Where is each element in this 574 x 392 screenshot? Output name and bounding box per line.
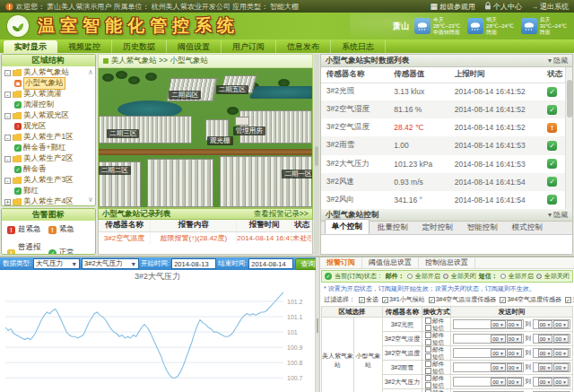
checkbox-icon[interactable] <box>425 332 431 338</box>
tree-toggle-icon[interactable]: - <box>4 70 11 76</box>
hour-select[interactable]: 00▼ <box>553 378 569 386</box>
hour-select[interactable]: 00▼ <box>507 378 522 386</box>
control-tab-1[interactable]: 批量控制 <box>371 221 414 234</box>
mail-off-radio[interactable] <box>443 274 448 279</box>
recv-option[interactable]: 短信 <box>425 325 444 331</box>
hour-select[interactable]: 00▼ <box>538 320 553 328</box>
realtime-row-3[interactable]: 3#2雨雪1.002014-08-14 16:41:53✓ <box>321 136 565 154</box>
recv-option[interactable]: 邮件 <box>425 375 444 381</box>
control-tab-2[interactable]: 定时控制 <box>416 221 459 234</box>
scroll-down-icon[interactable]: ∨ <box>88 196 93 204</box>
control-hide-link[interactable]: ▾隐藏 <box>548 210 568 220</box>
tree-toggle-icon[interactable]: - <box>4 91 11 98</box>
checkbox-icon[interactable] <box>425 353 431 360</box>
sms-on-radio[interactable] <box>500 274 506 279</box>
recv-option[interactable]: 邮件 <box>425 318 444 324</box>
end-date-input[interactable]: 2014-08-14 <box>248 258 293 269</box>
recv-option[interactable]: 邮件 <box>425 346 444 353</box>
hour-select[interactable]: 00▼ <box>491 349 506 357</box>
tree-item-10[interactable]: -美人紫生产3区 <box>2 175 95 186</box>
checkbox-icon[interactable] <box>425 361 431 367</box>
tree-toggle-icon[interactable]: - <box>4 135 11 141</box>
recv-option[interactable]: 短信 <box>425 353 444 360</box>
checkbox-icon[interactable] <box>425 375 431 381</box>
time-range-end-box[interactable]: 00▼00▼ <box>533 319 570 329</box>
nav-tab-6[interactable]: 系统日志 <box>331 40 386 53</box>
checkbox-icon[interactable] <box>425 325 431 331</box>
hour-select[interactable]: 00▼ <box>553 335 569 343</box>
map-area-label-0[interactable]: 二期四区 <box>169 91 201 100</box>
userbar-menu-item-0[interactable]: ▦超级参观用 <box>430 2 475 12</box>
tree-item-12[interactable]: +美人紫生产4区 <box>2 196 95 205</box>
scroll-up-icon[interactable]: ∧ <box>88 68 93 76</box>
subscription-tab-2[interactable]: 控制信息设置 <box>419 257 475 268</box>
time-range-end-box[interactable]: 00▼00▼ <box>533 348 570 358</box>
view-alarm-records-link[interactable]: 查看报警记录>> <box>254 209 309 220</box>
map-area-label-2[interactable]: 二期三区 <box>107 129 139 138</box>
map-area-label-5[interactable]: 二期二区 <box>99 166 131 175</box>
bottom-splitter[interactable] <box>316 257 319 392</box>
nav-tab-2[interactable]: 历史数据 <box>112 40 167 53</box>
splitter-handle-icon[interactable] <box>315 146 318 166</box>
tree-toggle-icon[interactable]: + <box>4 199 11 205</box>
time-range-end-box[interactable]: 00▼00▼ <box>533 377 570 387</box>
recv-option[interactable]: 短信 <box>425 382 444 388</box>
scrollbar-thumb[interactable] <box>567 80 572 118</box>
control-tab-3[interactable]: 智能控制 <box>461 221 504 234</box>
time-range-start-box[interactable]: 00▼00▼ <box>453 377 524 387</box>
hour-select[interactable]: 00▼ <box>553 349 569 357</box>
time-range-start-box[interactable]: 00▼00▼ <box>453 334 524 344</box>
tree-item-1[interactable]: ▣小型气象站 <box>2 78 95 89</box>
subscription-tab-0[interactable]: 报警订阅 <box>320 257 362 268</box>
checkbox-checked-icon[interactable] <box>429 297 435 303</box>
mail-on-radio[interactable] <box>407 274 413 279</box>
hour-select[interactable]: 00▼ <box>507 363 522 371</box>
userbar-menu-item-1[interactable]: 个人中心 <box>484 2 522 12</box>
tree-item-7[interactable]: ✓醉金香+鄞红 <box>2 143 95 153</box>
realtime-row-1[interactable]: 3#2空气湿度81.16 %2014-08-14 16:41:52✓ <box>321 100 565 118</box>
nav-tab-4[interactable]: 用户订阅 <box>222 40 276 53</box>
tree-item-6[interactable]: -美人紫生产1区 <box>2 132 95 143</box>
hour-select[interactable]: 00▼ <box>507 349 522 357</box>
hour-select[interactable]: 00▼ <box>507 335 522 343</box>
tree-item-4[interactable]: -美人紫观光区 <box>2 110 95 121</box>
hour-select[interactable]: 00▼ <box>538 378 553 386</box>
map-area-label-4[interactable]: 管理用房 <box>233 126 265 135</box>
checkbox-checked-icon[interactable] <box>359 297 365 303</box>
checkbox-icon[interactable] <box>425 368 431 374</box>
userbar-menu-item-2[interactable]: →退出系统 <box>531 2 569 12</box>
recv-option[interactable]: 短信 <box>425 368 444 374</box>
tree-toggle-icon[interactable]: - <box>4 113 11 119</box>
map-area-label-1[interactable]: 二期五区 <box>216 85 248 94</box>
hour-select[interactable]: 00▼ <box>538 335 553 343</box>
filter-item-1[interactable]: 3#1小气候站 <box>382 295 425 304</box>
realtime-row-0[interactable]: 3#2光照3.13 klux2014-08-14 16:41:52✓ <box>321 83 565 100</box>
time-range-end-box[interactable]: 00▼00▼ <box>533 362 570 372</box>
time-range-start-box[interactable]: 00▼00▼ <box>453 348 524 358</box>
recv-option[interactable]: 邮件 <box>425 361 444 367</box>
hour-select[interactable]: 00▼ <box>491 363 506 371</box>
filter-item-2[interactable]: 3#4空气温湿度传感器 <box>429 295 497 304</box>
tree-toggle-icon[interactable]: - <box>4 178 11 184</box>
checkbox-icon[interactable] <box>425 346 431 353</box>
sensor-select[interactable]: 3#2大气压力▼ <box>82 258 139 269</box>
filter-item-3[interactable]: 3#4空气温度传感器 <box>500 295 561 304</box>
tree-item-2[interactable]: -美人紫滴灌 <box>2 89 95 100</box>
checkbox-checked-icon[interactable] <box>500 297 506 303</box>
hour-select[interactable]: 00▼ <box>538 349 553 357</box>
realtime-row-6[interactable]: 3#2风向341.16 °2014-08-14 16:41:54✓ <box>321 191 565 209</box>
subscription-tab-1[interactable]: 阈值信息设置 <box>362 257 419 268</box>
time-range-start-box[interactable]: 00▼00▼ <box>453 319 524 329</box>
data-type-select[interactable]: 大气压力▼ <box>33 258 80 269</box>
checkbox-checked-icon[interactable] <box>382 297 388 303</box>
nav-tab-3[interactable]: 阈值设置 <box>167 40 222 53</box>
hour-select[interactable]: 00▼ <box>491 335 506 343</box>
realtime-row-5[interactable]: 3#2风速0.93 m/s2014-08-14 16:41:54✓ <box>321 173 565 191</box>
hour-select[interactable]: 00▼ <box>507 320 522 328</box>
nav-tab-5[interactable]: 信息发布 <box>276 40 331 53</box>
tree-item-3[interactable]: ✓滴灌控制 <box>2 100 95 110</box>
realtime-row-4[interactable]: 3#2大气压力101.23 kPa2014-08-14 16:41:53✓ <box>321 155 565 173</box>
record-row[interactable]: 3#2空气温度超限报警(↑)(28.42度)2014-08-14 16:41:5… <box>99 231 312 244</box>
realtime-row-2[interactable]: 3#2空气温度28.42 ℃2014-08-14 16:41:52! <box>321 118 565 136</box>
checkbox-checked-icon[interactable] <box>565 297 571 303</box>
